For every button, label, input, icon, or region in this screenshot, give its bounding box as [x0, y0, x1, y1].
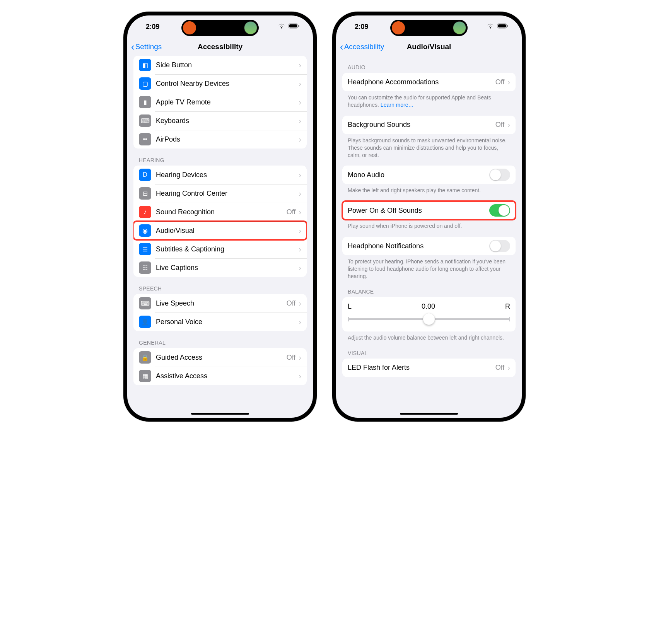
row-hearing-control[interactable]: ⊟Hearing Control Center› [133, 184, 307, 203]
apple-tv-remote-icon: ▮ [139, 96, 151, 108]
home-indicator[interactable] [191, 413, 249, 415]
chevron-right-icon: › [299, 372, 301, 381]
footer-bg-sounds: Plays background sounds to mask unwanted… [342, 134, 516, 159]
row-keyboards[interactable]: ⌨Keyboards› [133, 111, 307, 130]
back-button[interactable]: ‹ Accessibility [340, 38, 384, 56]
nav-bar: ‹ Accessibility Audio/Visual [336, 38, 522, 56]
row-personal-voice[interactable]: 👤Personal Voice› [133, 313, 307, 331]
row-label: Audio/Visual [156, 227, 299, 235]
row-live-captions[interactable]: ☷Live Captions› [133, 258, 307, 277]
section-header-audio: AUDIO [342, 56, 516, 73]
audio-visual-icon: ◉ [139, 224, 151, 237]
svg-rect-4 [498, 24, 506, 27]
row-headphone-accommodations[interactable]: Headphone Accommodations Off › [342, 73, 516, 91]
learn-more-link[interactable]: Learn more… [381, 102, 414, 108]
settings-list[interactable]: ◧Side Button›▢Control Nearby Devices›▮Ap… [127, 56, 313, 418]
row-label: Hearing Devices [156, 171, 299, 179]
row-side-button[interactable]: ◧Side Button› [133, 56, 307, 74]
chevron-right-icon: › [299, 245, 301, 254]
dynamic-island [390, 20, 468, 36]
row-power-sounds[interactable]: Power On & Off Sounds [342, 201, 516, 220]
wifi-icon [278, 23, 285, 30]
row-label: AirPods [156, 135, 299, 143]
chevron-right-icon: › [299, 189, 301, 198]
row-subtitles[interactable]: ☰Subtitles & Captioning› [133, 240, 307, 258]
chevron-right-icon: › [299, 226, 301, 235]
chevron-right-icon: › [507, 363, 510, 372]
row-power-sounds-group: Power On & Off Sounds [342, 201, 516, 220]
svg-rect-2 [298, 25, 299, 27]
chevron-right-icon: › [299, 116, 301, 125]
live-speech-icon: ⌨ [139, 297, 151, 309]
balance-slider[interactable]: L 0.00 R [342, 297, 516, 331]
chevron-left-icon: ‹ [340, 42, 343, 52]
row-label: Live Speech [156, 299, 287, 307]
row-detail: Off [287, 299, 296, 307]
chevron-right-icon: › [299, 318, 301, 326]
back-button[interactable]: ‹ Settings [131, 38, 162, 56]
chevron-right-icon: › [507, 78, 510, 87]
balance-value: 0.00 [422, 302, 435, 311]
page-title: Accessibility [198, 43, 243, 51]
page-title: Audio/Visual [407, 43, 451, 51]
status-time: 2:09 [355, 23, 368, 31]
row-live-speech[interactable]: ⌨Live SpeechOff› [133, 294, 307, 313]
row-label: Apple TV Remote [156, 98, 299, 106]
row-audio-visual[interactable]: ◉Audio/Visual› [133, 221, 307, 240]
footer-hp-notif: To protect your hearing, iPhone sends a … [342, 255, 516, 280]
personal-voice-icon: 👤 [139, 316, 151, 328]
assistive-access-icon: ▦ [139, 370, 151, 382]
footer-power: Play sound when iPhone is powered on and… [342, 220, 516, 230]
chevron-right-icon: › [299, 263, 301, 272]
toggle-power-sounds[interactable] [489, 204, 510, 217]
airpods-icon: •• [139, 133, 151, 145]
footer-mono: Make the left and right speakers play th… [342, 184, 516, 194]
chevron-right-icon: › [299, 353, 301, 362]
svg-rect-1 [289, 24, 297, 27]
row-label: Guided Access [156, 354, 287, 362]
row-label: Personal Voice [156, 318, 299, 326]
row-label: Subtitles & Captioning [156, 245, 299, 253]
row-airpods[interactable]: ••AirPods› [133, 130, 307, 149]
status-time: 2:09 [146, 23, 159, 31]
footer-balance: Adjust the audio volume balance between … [342, 331, 516, 342]
row-assistive-access[interactable]: ▦Assistive Access› [133, 367, 307, 385]
chevron-right-icon: › [299, 299, 301, 308]
row-led-flash[interactable]: LED Flash for Alerts Off › [342, 359, 516, 377]
chevron-right-icon: › [299, 79, 301, 88]
chevron-right-icon: › [507, 120, 510, 129]
status-bar: 2:09 [127, 15, 313, 38]
section-header-balance: BALANCE [342, 280, 516, 297]
back-label: Settings [135, 43, 162, 51]
toggle-mono-audio[interactable] [489, 169, 510, 181]
side-button-icon: ◧ [139, 59, 151, 71]
row-guided-access[interactable]: 🔒Guided AccessOff› [133, 348, 307, 367]
wifi-icon [487, 23, 494, 30]
battery-icon [288, 23, 300, 30]
island-widget-right [453, 21, 466, 34]
toggle-headphone-notifications[interactable] [489, 240, 510, 252]
hearing-devices-icon: D [139, 169, 151, 181]
nav-bar: ‹ Settings Accessibility [127, 38, 313, 56]
home-indicator[interactable] [400, 413, 458, 415]
control-nearby-icon: ▢ [139, 77, 151, 90]
row-label: Hearing Control Center [156, 190, 299, 198]
chevron-right-icon: › [299, 171, 301, 179]
island-widget-left [392, 21, 405, 34]
keyboards-icon: ⌨ [139, 114, 151, 127]
row-label: Sound Recognition [156, 208, 287, 216]
settings-list[interactable]: AUDIO Headphone Accommodations Off › You… [336, 56, 522, 418]
row-apple-tv-remote[interactable]: ▮Apple TV Remote› [133, 93, 307, 111]
slider-thumb[interactable] [423, 313, 435, 325]
row-mono-audio[interactable]: Mono Audio [342, 166, 516, 184]
row-sound-recognition[interactable]: ♪Sound RecognitionOff› [133, 203, 307, 221]
row-hearing-devices[interactable]: DHearing Devices› [133, 166, 307, 184]
footer-headphone-accom: You can customize the audio for supporte… [342, 91, 516, 109]
hearing-control-icon: ⊟ [139, 187, 151, 200]
row-headphone-notifications[interactable]: Headphone Notifications [342, 237, 516, 255]
row-control-nearby[interactable]: ▢Control Nearby Devices› [133, 74, 307, 93]
phone-right: 2:09 ‹ Accessibility Audio/Visual [332, 12, 526, 422]
row-label: Control Nearby Devices [156, 80, 299, 88]
balance-right-label: R [505, 302, 510, 311]
row-background-sounds[interactable]: Background Sounds Off › [342, 116, 516, 134]
